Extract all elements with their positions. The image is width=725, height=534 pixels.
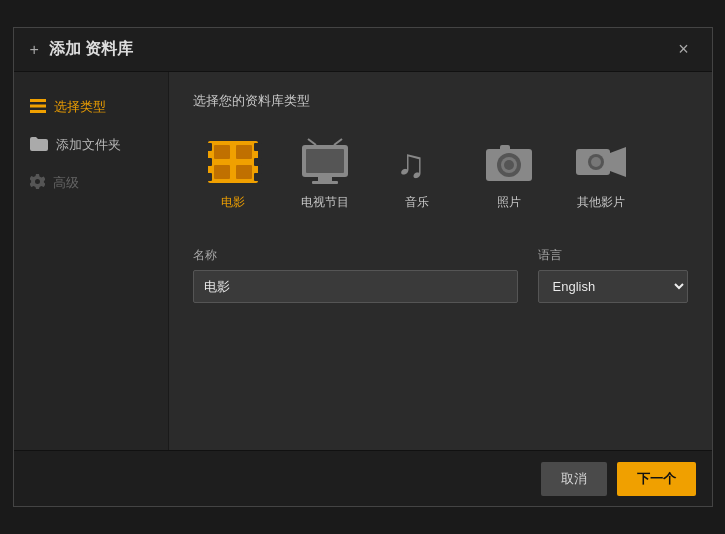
svg-rect-9 [254,173,262,181]
gear-icon [30,174,45,192]
plus-icon: + [30,41,39,59]
lang-select[interactable]: English 中文 日本語 한국어 Français Deutsch [538,270,688,303]
svg-text:♫: ♫ [396,141,426,186]
name-group: 名称 [193,247,518,303]
tv-icon-wrap [293,136,357,188]
svg-rect-2 [30,110,46,113]
svg-rect-13 [236,165,252,179]
folder-icon [30,137,48,154]
library-type-other[interactable]: 其他影片 [561,130,641,217]
svg-rect-7 [254,143,262,151]
svg-rect-8 [254,158,262,166]
library-type-movie-label: 电影 [221,194,245,211]
dialog-footer: 取消 下一个 [14,450,712,506]
music-icon-wrap: ♫ [385,136,449,188]
svg-rect-11 [236,145,252,159]
sidebar-item-add-folder-label: 添加文件夹 [56,136,121,154]
name-input[interactable] [193,270,518,303]
next-button[interactable]: 下一个 [617,462,696,496]
library-type-photo[interactable]: 照片 [469,130,549,217]
lang-label: 语言 [538,247,688,264]
cancel-button[interactable]: 取消 [541,462,607,496]
sidebar-item-add-folder[interactable]: 添加文件夹 [14,126,168,164]
sidebar-item-advanced-label: 高级 [53,174,79,192]
library-type-tv[interactable]: 电视节目 [285,130,365,217]
svg-point-28 [591,157,601,167]
svg-rect-5 [204,158,212,166]
svg-line-19 [334,139,342,145]
svg-rect-15 [306,149,344,173]
svg-rect-10 [214,145,230,159]
other-icon-wrap [569,136,633,188]
add-library-dialog: + 添加 资料库 × 选择类型 [13,27,713,507]
svg-rect-17 [312,181,338,184]
library-types: 电影 [193,130,688,217]
library-type-movie[interactable]: 电影 [193,130,273,217]
library-type-other-label: 其他影片 [577,194,625,211]
svg-rect-25 [500,145,510,151]
svg-rect-1 [30,104,46,107]
sidebar: 选择类型 添加文件夹 高级 [14,72,169,450]
svg-marker-29 [610,147,626,177]
svg-rect-12 [214,165,230,179]
dialog-title: 添加 资料库 [49,39,672,60]
svg-rect-6 [204,173,212,181]
svg-line-18 [308,139,316,145]
dialog-body: 选择类型 添加文件夹 高级 [14,72,712,450]
svg-rect-16 [318,177,332,181]
movie-icon-wrap [201,136,265,188]
sidebar-item-select-type-label: 选择类型 [54,98,106,116]
svg-rect-0 [30,99,46,102]
name-label: 名称 [193,247,518,264]
library-type-music[interactable]: ♫ 音乐 [377,130,457,217]
dialog-header: + 添加 资料库 × [14,28,712,72]
close-button[interactable]: × [672,38,696,62]
photo-icon-wrap [477,136,541,188]
form-row: 名称 语言 English 中文 日本語 한국어 Français Deutsc… [193,247,688,303]
sidebar-item-advanced: 高级 [14,164,168,202]
list-icon [30,99,46,116]
svg-point-24 [504,160,514,170]
lang-group: 语言 English 中文 日本語 한국어 Français Deutsch [538,247,688,303]
library-type-music-label: 音乐 [405,194,429,211]
svg-rect-4 [204,143,212,151]
library-type-photo-label: 照片 [497,194,521,211]
section-title: 选择您的资料库类型 [193,92,688,110]
sidebar-item-select-type[interactable]: 选择类型 [14,88,168,126]
main-content: 选择您的资料库类型 [169,72,712,450]
library-type-tv-label: 电视节目 [301,194,349,211]
